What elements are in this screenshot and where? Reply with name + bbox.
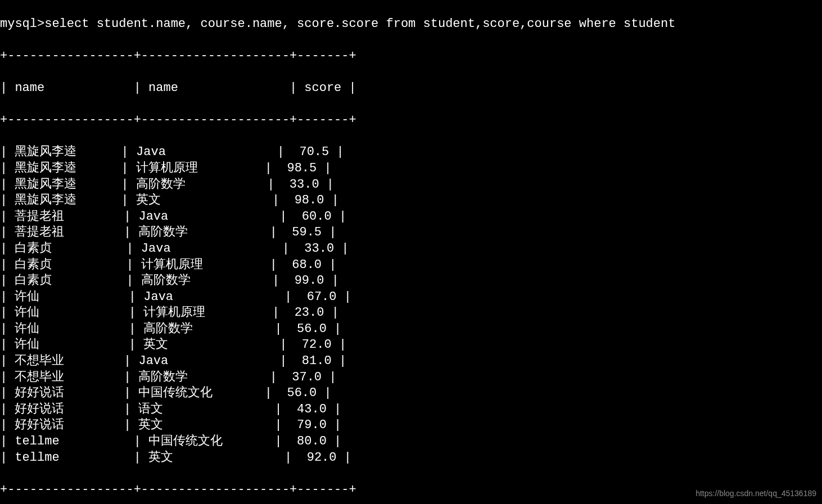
table-row: | 黑旋风李逵 | 英文 | 98.0 | [0, 193, 822, 209]
table-row: | 许仙 | 计算机原理 | 23.0 | [0, 305, 822, 321]
mysql-prompt: mysql> [0, 16, 44, 33]
table-row: | 不想毕业 | Java | 81.0 | [0, 353, 822, 370]
table-row: | 好好说话 | 中国传统文化 | 56.0 | [0, 385, 822, 402]
table-row: | 黑旋风李逵 | Java | 70.5 | [0, 144, 822, 161]
table-row: | 黑旋风李逵 | 计算机原理 | 98.5 | [0, 161, 822, 177]
table-body: | 黑旋风李逵 | Java | 70.5 || 黑旋风李逵 | 计算机原理 |… [0, 144, 822, 466]
table-row: | 好好说话 | 语文 | 43.0 | [0, 402, 822, 418]
table-row: | 不想毕业 | 高阶数学 | 37.0 | [0, 370, 822, 386]
table-row: | 许仙 | Java | 67.0 | [0, 289, 822, 306]
table-row: | 菩提老祖 | 高阶数学 | 59.5 | [0, 225, 822, 241]
table-row: | 白素贞 | 高阶数学 | 99.0 | [0, 273, 822, 289]
watermark-text: https://blog.csdn.net/qq_45136189 [695, 488, 816, 498]
sql-query: select student.name, course.name, score.… [44, 16, 675, 33]
table-row: | 好好说话 | 英文 | 79.0 | [0, 417, 822, 434]
table-row: | 许仙 | 高阶数学 | 56.0 | [0, 321, 822, 338]
table-header-row: | name | name | score | [0, 80, 822, 97]
table-row: | 许仙 | 英文 | 72.0 | [0, 337, 822, 353]
table-row: | 白素贞 | Java | 33.0 | [0, 241, 822, 257]
table-row: | tellme | 英文 | 92.0 | [0, 450, 822, 466]
table-row: | 黑旋风李逵 | 高阶数学 | 33.0 | [0, 177, 822, 193]
table-border-top: +-----------------+--------------------+… [0, 48, 822, 65]
table-row: | 菩提老祖 | Java | 60.0 | [0, 209, 822, 225]
table-row: | tellme | 中国传统文化 | 80.0 | [0, 434, 822, 450]
query-line: mysql> select student.name, course.name,… [0, 16, 822, 33]
table-border-mid: +-----------------+--------------------+… [0, 112, 822, 129]
mysql-terminal[interactable]: mysql> select student.name, course.name,… [0, 0, 822, 504]
table-row: | 白素贞 | 计算机原理 | 68.0 | [0, 257, 822, 274]
